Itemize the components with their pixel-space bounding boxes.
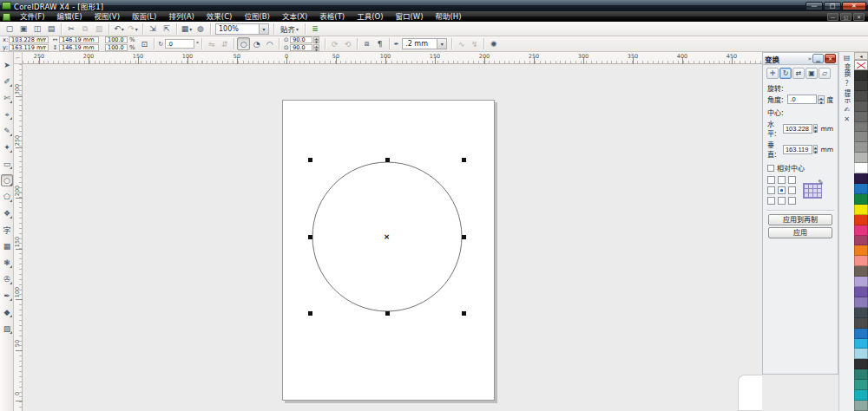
color-swatch-12[interactable] [854, 194, 868, 205]
docker-close-icon[interactable]: ✕ [840, 115, 854, 123]
wrap-text-icon[interactable]: ¶ [373, 37, 386, 50]
import-icon[interactable]: ⇲ [147, 23, 160, 36]
rotate-tab[interactable]: ↻ [779, 68, 792, 79]
spin-down-icon[interactable]: ▼ [813, 149, 819, 153]
color-swatch-4[interactable] [854, 112, 868, 122]
basic-shapes-tool[interactable]: ❖ [1, 207, 13, 219]
color-swatch-7[interactable] [854, 142, 868, 153]
no-color-swatch[interactable] [854, 60, 868, 70]
clockwise-arc-icon[interactable]: ⟳ [328, 37, 341, 50]
chevron-down-icon[interactable]: ▾ [122, 26, 124, 32]
color-swatch-6[interactable] [854, 132, 868, 142]
drawing-canvas[interactable]: × [23, 64, 762, 411]
chevron-down-icon[interactable]: ▾ [135, 26, 138, 32]
color-swatch-32[interactable] [854, 401, 868, 411]
color-swatch-5[interactable] [854, 122, 868, 133]
anchor-cell-0[interactable] [767, 176, 775, 184]
whats-this-icon[interactable]: ? [840, 80, 854, 88]
welcome-screen-icon[interactable]: ◍ [194, 23, 207, 36]
fill-tool[interactable]: ◆ [1, 306, 13, 318]
minimize-button[interactable]: — [806, 2, 823, 10]
chevron-down-icon[interactable]: ▾ [259, 24, 268, 34]
anchor-cell-5[interactable] [788, 186, 796, 194]
menu-item-0[interactable]: 文件(F) [14, 11, 51, 22]
color-swatch-9[interactable] [854, 163, 868, 173]
close-button[interactable]: ✕ [842, 2, 866, 10]
color-swatch-1[interactable] [854, 81, 868, 91]
docker-vertical-input[interactable] [783, 145, 812, 154]
color-swatch-22[interactable] [854, 297, 868, 308]
chevron-down-icon[interactable]: ▾ [189, 26, 192, 32]
anchor-cell-7[interactable] [778, 197, 786, 205]
doc-minimize-button[interactable]: — [827, 13, 838, 21]
color-swatch-26[interactable] [854, 339, 868, 349]
interactive-blend-tool[interactable]: ❃ [1, 257, 13, 269]
export-icon[interactable]: ⇱ [161, 23, 174, 36]
docker-tab-transform[interactable]: 变换 [842, 63, 852, 78]
menu-item-5[interactable]: 效果(C) [201, 11, 239, 22]
color-swatch-16[interactable] [854, 236, 868, 246]
pie-mode-button[interactable]: ◔ [250, 37, 263, 50]
menu-item-9[interactable]: 工具(O) [351, 11, 389, 22]
scale-v-input[interactable] [105, 44, 128, 51]
document-page[interactable] [282, 100, 495, 401]
object-width-input[interactable] [59, 36, 99, 43]
apply-to-duplicate-button[interactable]: 应用到再制 [768, 214, 832, 225]
color-swatch-0[interactable] [854, 70, 868, 81]
color-swatch-28[interactable] [854, 359, 868, 369]
color-swatch-2[interactable] [854, 91, 868, 101]
scale-mirror-tab[interactable]: ⇄ [792, 68, 805, 79]
menu-item-7[interactable]: 文本(X) [276, 11, 313, 22]
color-swatch-14[interactable] [854, 215, 868, 225]
size-tab[interactable]: ▣ [806, 68, 818, 79]
close-curve-icon[interactable]: ↯ [468, 37, 481, 50]
docker-tab-hints[interactable]: 提示 [842, 89, 852, 104]
eyedropper-tool[interactable]: ✇ [1, 273, 13, 285]
color-swatch-19[interactable] [854, 266, 868, 277]
vertical-ruler[interactable]: 300250200150100500 [14, 64, 23, 411]
selection-handle[interactable] [462, 235, 466, 239]
anchor-cell-2[interactable] [788, 176, 796, 184]
palette-scroll-up-icon[interactable]: ◂ [854, 52, 868, 60]
save-icon[interactable]: ◫ [31, 23, 44, 36]
docker-horizontal-input[interactable] [783, 124, 812, 134]
menu-item-10[interactable]: 窗口(W) [390, 11, 430, 22]
object-height-input[interactable] [59, 44, 99, 51]
menu-item-6[interactable]: 位图(B) [238, 11, 275, 22]
outline-pen-tool[interactable]: ✒ [1, 290, 13, 302]
text-tool[interactable]: 字 [1, 224, 13, 236]
color-swatch-29[interactable] [854, 369, 868, 380]
docker-angle-input[interactable] [787, 95, 817, 104]
paste-icon[interactable]: ▥ [93, 23, 106, 36]
mirror-vertical-icon[interactable]: ⇵ [218, 37, 231, 50]
selection-handle[interactable] [385, 311, 390, 316]
hand-icon[interactable]: ✍ [840, 106, 854, 114]
selection-handle[interactable] [308, 158, 312, 162]
menu-item-11[interactable]: 帮助(H) [430, 11, 468, 22]
chevron-down-icon[interactable]: ▾ [437, 39, 446, 49]
relative-center-checkbox[interactable] [767, 165, 774, 172]
spin-down-icon[interactable]: ▼ [313, 48, 319, 51]
horizontal-ruler[interactable]: 2502001501005005010015020025030035040045… [23, 52, 762, 64]
interactive-fill-tool[interactable]: ▨ [1, 323, 13, 335]
options-icon[interactable]: ≣ [309, 23, 322, 36]
to-front-icon[interactable]: ⧈ [360, 37, 373, 50]
shape-tool[interactable]: ✐ [1, 75, 13, 88]
selection-handle[interactable] [308, 311, 312, 316]
color-swatch-11[interactable] [854, 184, 868, 194]
app-launcher-icon[interactable]: ▦▾ [181, 23, 194, 36]
color-swatch-21[interactable] [854, 287, 868, 297]
spin-down-icon[interactable]: ▼ [813, 128, 819, 133]
color-swatch-20[interactable] [854, 277, 868, 287]
ellipse-mode-button[interactable]: ○ [237, 37, 250, 50]
selection-handle[interactable] [462, 158, 466, 162]
ruler-origin-icon[interactable]: ⌐ [14, 52, 23, 64]
new-icon[interactable]: ▢ [3, 23, 16, 36]
pick-tool[interactable]: ➤ [1, 59, 13, 71]
snap-to-button[interactable]: 贴齐 ▾ [277, 23, 302, 36]
table-tool[interactable]: ▦ [1, 240, 13, 252]
color-swatch-25[interactable] [854, 329, 868, 339]
docker-minimize-icon[interactable]: ▁ [812, 54, 824, 63]
start-angle-input[interactable] [290, 36, 312, 43]
outline-width-combo[interactable]: .2 mm ▾ [402, 38, 447, 49]
